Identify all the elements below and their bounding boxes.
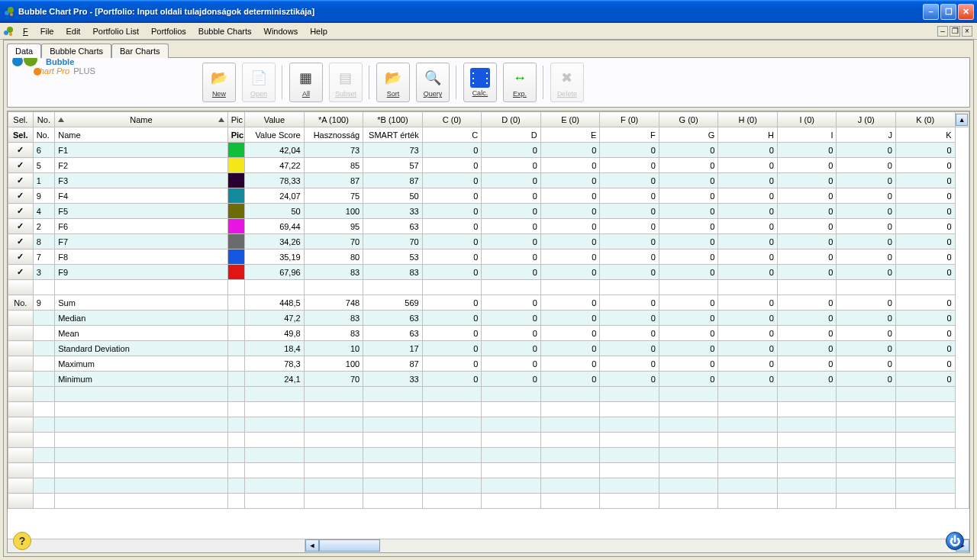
cell[interactable]: 0 (482, 249, 541, 265)
row-a[interactable]: 70 (304, 234, 363, 249)
hscroll-thumb[interactable] (319, 539, 380, 552)
cell[interactable]: 0 (422, 265, 482, 280)
menu-portfolio-list[interactable]: Portfolio List (86, 25, 145, 37)
cell[interactable]: 0 (600, 295, 659, 311)
cell[interactable]: 0 (777, 234, 837, 249)
toolbar-delete-button[interactable]: ✖Delete (550, 63, 584, 102)
mdi-restore-button[interactable]: ❐ (950, 26, 960, 37)
col-no[interactable]: No. (33, 112, 55, 127)
cell[interactable]: 0 (837, 234, 896, 249)
row-selected[interactable] (8, 265, 34, 280)
cell[interactable]: 0 (777, 143, 837, 158)
row-b[interactable]: 50 (363, 188, 423, 204)
col-b[interactable]: *B (100) (363, 112, 423, 127)
tab-bar-charts[interactable]: Bar Charts (111, 43, 169, 58)
cell[interactable]: 0 (600, 265, 659, 280)
row-name[interactable]: F7 (55, 234, 227, 249)
row-color[interactable] (227, 265, 244, 280)
cell[interactable]: 0 (422, 204, 482, 219)
cell[interactable]: 0 (540, 188, 600, 204)
cell[interactable]: 0 (777, 265, 837, 280)
vscroll-track[interactable] (955, 127, 969, 509)
cell[interactable]: 0 (777, 341, 837, 356)
cell[interactable]: 0 (895, 341, 955, 356)
menu-edit[interactable]: Edit (60, 25, 86, 37)
cell[interactable]: 0 (540, 173, 600, 188)
cell[interactable]: 0 (777, 173, 837, 188)
mdi-minimize-button[interactable]: – (937, 26, 948, 37)
cell[interactable]: 0 (659, 356, 718, 372)
row-no[interactable]: 9 (33, 188, 55, 204)
toolbar-query-button[interactable]: 🔍Query (416, 63, 450, 102)
cell[interactable]: 0 (422, 249, 482, 265)
col-name[interactable]: Name (55, 112, 227, 127)
row-a[interactable]: 85 (304, 158, 363, 173)
row-value[interactable]: 24,07 (245, 188, 305, 204)
row-no[interactable]: 5 (33, 158, 55, 173)
horizontal-scrollbar[interactable]: ◄ ► (8, 539, 969, 552)
vscroll-up[interactable]: ▲ (955, 112, 969, 127)
cell[interactable]: 0 (777, 204, 837, 219)
row-value[interactable]: 78,33 (245, 173, 305, 188)
toolbar-calc-button[interactable]: ⋮⋮Calc. (463, 63, 497, 102)
cell[interactable]: 0 (540, 143, 600, 158)
cell[interactable]: 0 (895, 219, 955, 234)
row-value[interactable]: 50 (245, 204, 305, 219)
hscroll-left[interactable]: ◄ (305, 539, 319, 552)
row-name[interactable]: F5 (55, 204, 227, 219)
row-a[interactable]: 75 (304, 188, 363, 204)
cell[interactable]: 0 (600, 204, 659, 219)
row-a[interactable]: 73 (304, 143, 363, 158)
cell[interactable]: 0 (659, 326, 718, 341)
cell[interactable]: 0 (540, 326, 600, 341)
row-b[interactable]: 70 (363, 234, 423, 249)
row-color[interactable] (227, 234, 244, 249)
cell[interactable]: 0 (422, 311, 482, 326)
col-f[interactable]: F (0) (600, 112, 659, 127)
cell[interactable]: 0 (540, 372, 600, 387)
cell[interactable]: 0 (718, 173, 778, 188)
cell[interactable]: 0 (482, 311, 541, 326)
menu-file[interactable]: File (34, 25, 60, 37)
cell[interactable]: 0 (895, 188, 955, 204)
row-b[interactable]: 83 (363, 265, 423, 280)
cell[interactable]: 0 (540, 311, 600, 326)
mdi-close-button[interactable]: × (962, 26, 972, 37)
row-value[interactable]: 47,22 (245, 158, 305, 173)
cell[interactable]: 0 (718, 311, 778, 326)
maximize-button[interactable]: ☐ (940, 4, 956, 20)
row-value[interactable]: 42,04 (245, 143, 305, 158)
cell[interactable]: 0 (895, 356, 955, 372)
cell[interactable]: 0 (540, 249, 600, 265)
row-b[interactable]: 57 (363, 158, 423, 173)
cell[interactable]: 0 (895, 158, 955, 173)
row-selected[interactable] (8, 219, 34, 234)
menu-bubble-charts[interactable]: Bubble Charts (192, 25, 258, 37)
col-g[interactable]: G (0) (659, 112, 718, 127)
cell[interactable]: 0 (540, 219, 600, 234)
col-d[interactable]: D (0) (482, 112, 541, 127)
cell[interactable]: 0 (540, 204, 600, 219)
cell[interactable]: 0 (422, 372, 482, 387)
cell[interactable]: 0 (600, 341, 659, 356)
row-name[interactable]: F3 (55, 173, 227, 188)
row-name[interactable]: F4 (55, 188, 227, 204)
cell[interactable]: 0 (718, 326, 778, 341)
cell[interactable]: 0 (659, 173, 718, 188)
row-no[interactable]: 2 (33, 219, 55, 234)
row-b[interactable]: 87 (363, 173, 423, 188)
cell[interactable]: 0 (482, 265, 541, 280)
row-selected[interactable] (8, 173, 34, 188)
cell[interactable]: 0 (837, 341, 896, 356)
cell[interactable]: 0 (600, 219, 659, 234)
row-no[interactable]: 1 (33, 173, 55, 188)
cell[interactable]: 0 (777, 356, 837, 372)
row-a[interactable]: 83 (304, 265, 363, 280)
cell[interactable]: 0 (422, 188, 482, 204)
cell[interactable]: 0 (718, 249, 778, 265)
cell[interactable]: 0 (600, 372, 659, 387)
toolbar-open-button[interactable]: 📄Open (242, 63, 276, 102)
cell[interactable]: 0 (718, 372, 778, 387)
cell[interactable]: 0 (777, 372, 837, 387)
cell[interactable]: 0 (837, 372, 896, 387)
